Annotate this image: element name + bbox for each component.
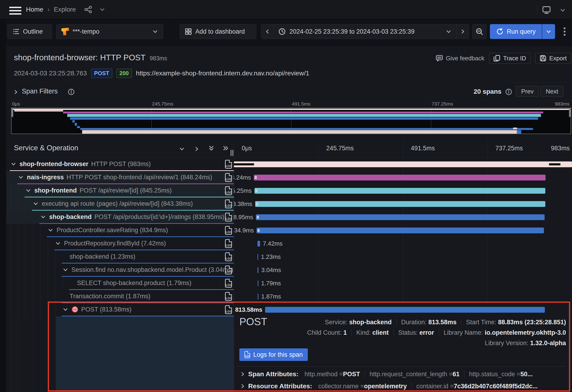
trace-id-button[interactable]: Trace ID (489, 53, 530, 63)
breadcrumb-home[interactable]: Home (26, 6, 43, 13)
run-query-button[interactable]: Run query (490, 24, 542, 39)
give-feedback-link[interactable]: Give feedback (436, 55, 484, 62)
time-shift-forward-button[interactable] (457, 24, 469, 39)
span-bar[interactable] (234, 161, 572, 167)
span-timeline-row[interactable]: 848.24ms (234, 171, 572, 184)
span-timeline-row[interactable]: 1.87ms (234, 290, 572, 303)
row-logs-icon[interactable]: LOG (225, 160, 232, 169)
breadcrumb-explore[interactable]: Explore (54, 6, 76, 13)
span-tree-row[interactable]: Session.find no.nav.shopbackend.model.Pr… (6, 264, 234, 277)
row-chevron-down-icon[interactable] (62, 267, 69, 273)
span-tree-row[interactable]: shop-backendPOST /api/products/{id:\d+}/… (6, 211, 234, 224)
monitor-icon[interactable] (542, 6, 551, 14)
span-tree-row[interactable]: SELECT shop-backend.product (1.79ms)LOG (6, 277, 234, 290)
span-timeline-row[interactable]: 838.95ms (234, 211, 572, 224)
breadcrumb-chevron-down-icon[interactable] (99, 6, 106, 13)
span-bar[interactable] (254, 175, 546, 180)
next-span-button[interactable]: Next (540, 86, 563, 97)
minimap-span-segment (513, 127, 517, 129)
row-logs-icon[interactable]: LOG (225, 292, 232, 301)
span-filters-label[interactable]: Span Filters (22, 87, 58, 95)
hamburger-menu-icon[interactable] (9, 6, 21, 15)
span-tree-row[interactable]: shop-backend (1.23ms)LOG (6, 250, 234, 264)
span-bar[interactable] (258, 281, 258, 286)
row-chevron-down-icon[interactable] (18, 174, 24, 180)
row-chevron-down-icon[interactable] (25, 187, 32, 194)
span-timeline-row[interactable]: 834.9ms (234, 224, 572, 237)
span-filters-chevron-right-icon[interactable] (13, 89, 19, 95)
row-logs-icon[interactable]: LOG (225, 213, 232, 221)
span-count-info-icon[interactable] (505, 88, 512, 95)
span-tree-row[interactable]: ProductController.saveRating (834.9ms)LO… (6, 224, 234, 237)
row-logs-icon[interactable]: LOG (225, 239, 232, 248)
span-timeline-row[interactable]: 7.42ms (234, 237, 572, 250)
span-tree-row[interactable]: Transaction.commit (1.87ms)LOG (6, 290, 234, 303)
span-detail-info-line: Library Version: 1.32.0-alpha (485, 339, 566, 347)
prev-span-button[interactable]: Prev (516, 86, 539, 97)
row-chevron-down-icon[interactable] (47, 227, 54, 233)
collapse-all-icon[interactable] (208, 145, 215, 152)
nav-chevron-down-icon[interactable] (559, 7, 566, 14)
span-bar[interactable] (257, 254, 258, 260)
span-tree-row[interactable]: nais-ingressHTTP POST shop-frontend /api… (6, 171, 234, 184)
outline-button[interactable]: Outline (7, 24, 52, 39)
add-to-dashboard-button[interactable]: Add to dashboard (180, 24, 256, 39)
row-logs-icon[interactable]: LOG (225, 200, 232, 208)
indent-guide (48, 250, 48, 264)
datasource-picker[interactable]: ***-tempo (56, 24, 163, 39)
span-bar[interactable] (258, 294, 258, 299)
span-tree-row[interactable]: executing api route (pages) /api/review/… (6, 197, 234, 211)
span-bar[interactable] (254, 188, 545, 194)
span-timeline-row[interactable]: 845.25ms (234, 184, 572, 197)
span-bar[interactable] (255, 201, 545, 207)
expand-one-icon[interactable] (193, 146, 200, 152)
span-timeline-row[interactable]: 1.23ms (234, 250, 572, 264)
row-chevron-down-icon[interactable] (55, 240, 61, 247)
span-bar[interactable] (256, 214, 544, 220)
span-bar[interactable] (265, 307, 545, 313)
run-query-dropdown-button[interactable] (542, 24, 555, 39)
attributes-chevron-right-icon[interactable] (239, 383, 246, 390)
zoom-out-button[interactable] (472, 24, 487, 39)
row-logs-icon[interactable]: LOG (225, 279, 232, 288)
splitter-handle[interactable] (231, 150, 232, 156)
share-icon[interactable] (84, 6, 92, 14)
span-timeline-row[interactable] (234, 158, 572, 171)
time-range-picker[interactable]: 2024-02-25 23:25:39 to 2024-03-03 23:25:… (273, 24, 457, 39)
span-bar[interactable] (257, 267, 258, 273)
minimap-span-segment (517, 130, 521, 134)
span-tree-row[interactable]: shop-frontend-browserHTTP POST (983ms)LO… (6, 158, 234, 171)
kebab-menu-button[interactable] (559, 24, 570, 39)
attributes-chevron-right-icon[interactable] (239, 371, 246, 377)
attributes-row[interactable]: Resource Attributes:collector.name = ope… (239, 381, 538, 392)
row-chevron-down-icon[interactable] (62, 306, 69, 313)
expand-all-icon[interactable] (222, 145, 229, 152)
span-bar[interactable] (256, 228, 544, 233)
span-tree-row[interactable]: shop-frontendPOST /api/review/[id] (845.… (6, 184, 234, 197)
row-chevron-down-icon[interactable] (32, 200, 39, 207)
row-chevron-down-icon[interactable] (40, 214, 46, 220)
export-button[interactable]: Export (535, 53, 571, 63)
row-logs-icon[interactable]: LOG (225, 266, 232, 274)
detail-field-label: Duration: (401, 319, 427, 326)
row-logs-icon[interactable]: LOG (225, 305, 232, 314)
row-logs-icon[interactable]: LOG (225, 186, 232, 195)
span-timeline-row[interactable]: 3.04ms (234, 264, 572, 277)
attributes-row[interactable]: Span Attributes:http.method = POSThttp.r… (239, 369, 533, 379)
span-timeline-row[interactable]: 813.58ms (234, 303, 572, 316)
span-filters-info-icon[interactable] (68, 88, 75, 95)
logs-for-span-button[interactable]: LOG Logs for this span (239, 348, 308, 361)
row-chevron-down-icon[interactable] (10, 161, 17, 167)
row-logs-icon[interactable]: LOG (225, 252, 232, 261)
span-bar[interactable] (257, 241, 260, 247)
span-tree-row[interactable]: POST (813.58ms)LOG (6, 303, 234, 316)
span-timeline-row[interactable]: 843.38ms (234, 197, 572, 211)
time-shift-back-button[interactable] (261, 24, 274, 39)
row-logs-icon[interactable]: LOG (225, 173, 232, 182)
splitter-handle-2[interactable] (232, 150, 233, 156)
span-tree-row[interactable]: ProductRepository.findById (7.42ms)LOG (6, 237, 234, 250)
span-timeline-row[interactable]: 1.79ms (234, 277, 572, 290)
trace-minimap[interactable] (11, 108, 571, 134)
collapse-one-icon[interactable] (179, 146, 185, 152)
row-logs-icon[interactable]: LOG (225, 226, 232, 235)
